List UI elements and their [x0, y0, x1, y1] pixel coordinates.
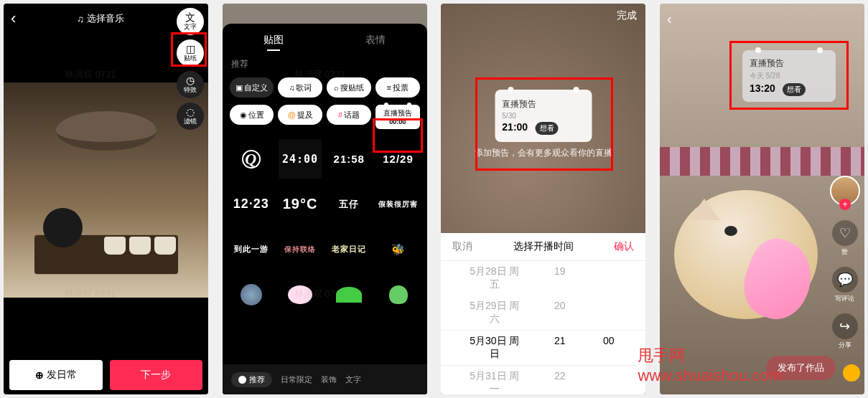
sticker-item[interactable] [376, 275, 419, 314]
sticker-item[interactable] [327, 275, 370, 314]
right-toolbar: 文 文字 ◫ 贴纸 ◷ 特效 ◌ 滤镜 [177, 8, 204, 130]
plus-circle-icon: ⊕ [35, 369, 44, 381]
publish-daily-button[interactable]: ⊕ 发日常 [9, 360, 103, 390]
image-icon: ▣ [235, 83, 243, 93]
drawer-tabs: 贴图 表情 [223, 27, 427, 54]
time-picker: 取消 选择开播时间 确认 5月28日 周五19 5月29日 周六20 5月30日… [441, 233, 645, 394]
screen-1-editor: ‹ ♫ 选择音乐 文 文字 ◫ 贴纸 ◷ 特效 ◌ 滤镜 [4, 4, 208, 394]
sticker-item[interactable]: 21:58 [327, 139, 370, 179]
search-icon: ⌕ [334, 83, 339, 92]
done-button[interactable]: 完成 [617, 9, 637, 22]
topic-sticker-button[interactable]: # 话题 [327, 105, 371, 125]
sticker-item[interactable]: 到此一游 [230, 229, 273, 269]
back-icon[interactable]: ‹ [667, 11, 672, 27]
filter-icon: ◌ [186, 107, 195, 117]
highlight-card [729, 41, 849, 110]
bottom-tab-daily[interactable]: 日常限定 [281, 374, 312, 385]
lyrics-sticker-button[interactable]: ♫ 歌词 [278, 77, 322, 98]
highlight-sticker [171, 32, 207, 67]
sticker-item[interactable]: 保持联络 [279, 229, 322, 269]
share-icon: ↪ [832, 313, 858, 339]
sticker-item[interactable]: 老家日记 [327, 229, 370, 269]
pin-icon: ◉ [240, 110, 247, 120]
sticker-drawer: 贴图 表情 推荐 ▣ 自定义 ♫ 歌词 ⌕ 搜贴纸 ≡ 投票 ◉ [223, 24, 427, 394]
select-music-button[interactable]: ♫ 选择音乐 [77, 12, 124, 25]
screen-3-time-picker: 完成 直播预告 5/30 21:00 想看 添加预告，会有更多观众看你的直播 取… [441, 4, 645, 394]
text-tool-button[interactable]: 文 文字 [177, 8, 204, 35]
site-watermark: 甩手网 www.shuaishou.com [638, 345, 782, 385]
author-avatar[interactable]: + [830, 176, 860, 210]
bottom-actions: ⊕ 发日常 下一步 [4, 360, 208, 390]
sticker-item[interactable]: 12·23 [230, 184, 273, 224]
back-icon[interactable]: ‹ [11, 9, 16, 28]
drawer-bottom-tabs: 推荐 日常限定 装饰 文字 [223, 364, 427, 394]
text-icon: 文 [185, 12, 195, 22]
sticker-item[interactable]: 24:00 [279, 139, 322, 179]
like-button[interactable]: ♡ 赞 [830, 220, 860, 257]
picker-cancel[interactable]: 取消 [452, 240, 472, 253]
sticker-item[interactable] [279, 275, 322, 314]
at-icon: @ [288, 110, 296, 119]
sticker-item[interactable]: 🐝 [376, 229, 419, 269]
highlight-live-notice [373, 118, 423, 153]
select-music-label: 选择音乐 [87, 12, 124, 25]
picker-title: 选择开播时间 [513, 240, 574, 253]
right-action-bar: + ♡ 赞 💬 写评论 ↪ 分享 [830, 176, 860, 350]
bottom-tab-deco[interactable]: 装饰 [321, 374, 337, 385]
sticker-item[interactable]: 19°C [279, 184, 322, 224]
screen-4-video-view: ‹ 直播预告 今天 5/28 13:20 想看 + ♡ 赞 💬 写评论 ↪ 分享… [660, 4, 864, 394]
vote-sticker-button[interactable]: ≡ 投票 [375, 77, 420, 98]
music-icon: ♫ [77, 14, 84, 24]
effect-tool-button[interactable]: ◷ 特效 [177, 71, 204, 98]
sticker-item[interactable]: 假装很厉害 [376, 184, 419, 224]
follow-plus-icon[interactable]: + [839, 199, 851, 210]
sticker-item[interactable]: 五仔 [327, 184, 370, 224]
sticker-item[interactable] [230, 275, 273, 314]
tab-sticker[interactable]: 贴图 [223, 34, 325, 47]
sticker-grid: Q 24:00 21:58 12/29 12·23 19°C 五仔 假装很厉害 … [223, 136, 427, 272]
picker-header: 取消 选择开播时间 确认 [441, 233, 645, 261]
thumb-icon [238, 376, 246, 384]
music-disc-icon[interactable] [843, 364, 860, 382]
music-icon: ♫ [289, 83, 294, 92]
filter-tool-button[interactable]: ◌ 滤镜 [177, 103, 204, 130]
picker-wheel[interactable]: 5月28日 周五19 5月29日 周六20 5月30日 周日2100 5月31日… [441, 261, 645, 390]
location-sticker-button[interactable]: ◉ 位置 [230, 105, 274, 125]
sticker-item[interactable]: Q [230, 139, 273, 179]
mention-sticker-button[interactable]: @ 提及 [278, 105, 322, 125]
comment-button[interactable]: 💬 写评论 [830, 267, 860, 303]
screen-2-sticker-panel: 贴图 表情 推荐 ▣ 自定义 ♫ 歌词 ⌕ 搜贴纸 ≡ 投票 ◉ [223, 4, 427, 394]
highlight-card [475, 77, 613, 171]
list-icon: ≡ [387, 83, 391, 92]
hash-icon: # [338, 110, 342, 119]
bottom-tab-recommend[interactable]: 推荐 [231, 372, 272, 387]
effect-icon: ◷ [186, 75, 195, 85]
bottom-tab-text[interactable]: 文字 [345, 374, 361, 385]
sticker-artwork-row [223, 272, 427, 317]
heart-icon: ♡ [832, 220, 858, 246]
share-button[interactable]: ↪ 分享 [830, 313, 860, 350]
recommend-label: 推荐 [223, 54, 427, 77]
sticker-row-1: ▣ 自定义 ♫ 歌词 ⌕ 搜贴纸 ≡ 投票 [223, 77, 427, 105]
next-button[interactable]: 下一步 [110, 360, 203, 390]
watermark-text: 林清双 0731 [65, 68, 116, 81]
search-sticker-button[interactable]: ⌕ 搜贴纸 [327, 77, 371, 98]
tab-emoji[interactable]: 表情 [325, 34, 427, 47]
picker-confirm[interactable]: 确认 [614, 240, 634, 253]
custom-sticker-button[interactable]: ▣ 自定义 [230, 77, 274, 98]
comment-icon: 💬 [832, 267, 858, 293]
